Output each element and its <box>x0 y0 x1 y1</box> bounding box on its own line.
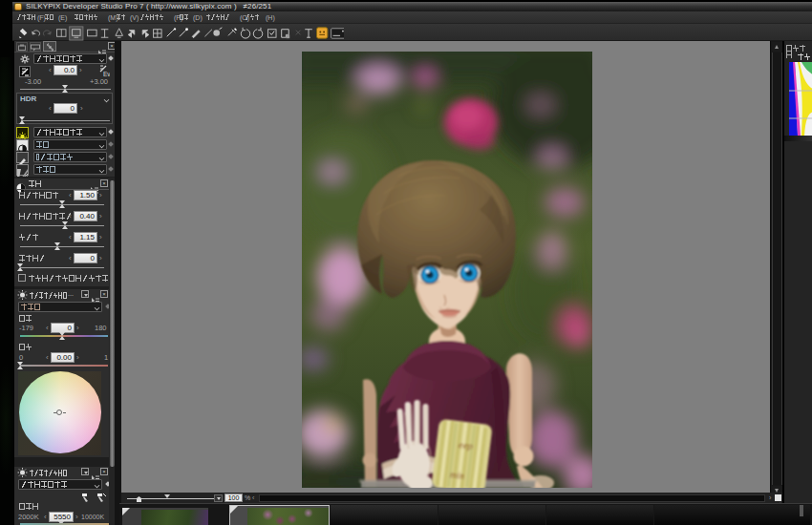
svg-text:min: min <box>449 469 464 481</box>
svg-text:eep: eep <box>458 438 474 452</box>
svg-text:Ev: Ev <box>103 71 110 77</box>
